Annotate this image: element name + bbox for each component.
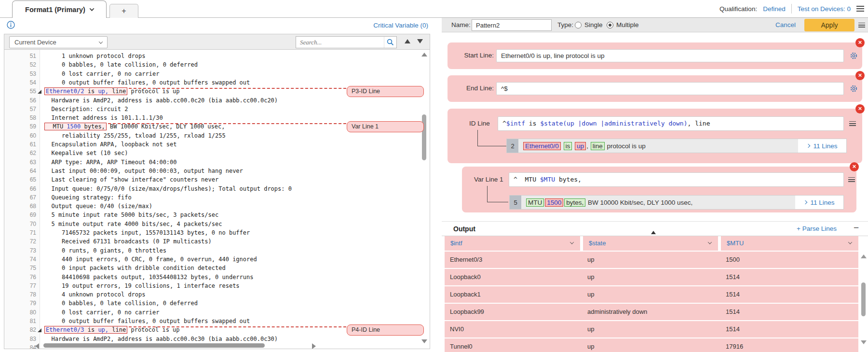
code-text: Last clearing of "show interface" counte… — [44, 175, 218, 184]
start-line-settings-gear-icon[interactable] — [850, 52, 858, 62]
search-icon[interactable] — [384, 37, 396, 48]
line-number: 75 — [4, 264, 36, 272]
pattern-selection-box[interactable]: Ethernet0/3 is up, line — [44, 326, 127, 334]
code-text: 0 lost carrier, 0 no carrier — [44, 70, 159, 78]
table-row: Loopback0up1514 — [445, 269, 858, 285]
panel-menu-icon[interactable] — [858, 21, 866, 29]
search-prev-button[interactable] — [405, 39, 410, 43]
remove-end-line-button[interactable]: × — [855, 71, 865, 80]
code-vscroll-thumb[interactable] — [422, 114, 426, 160]
pattern-name-input[interactable] — [472, 19, 552, 31]
remove-id-line-button[interactable]: × — [855, 104, 865, 113]
apply-button[interactable]: Apply — [804, 19, 854, 31]
pattern-token: , line — [688, 120, 710, 127]
scroll-down-icon[interactable] — [861, 340, 867, 344]
device-select[interactable]: Current Device — [9, 36, 108, 48]
scroll-up-icon[interactable] — [421, 53, 427, 56]
collapse-output-icon[interactable] — [651, 223, 659, 231]
test-on-devices-link[interactable]: Test on Devices: 0 — [798, 5, 851, 13]
minimize-output-icon[interactable]: − — [854, 223, 859, 233]
add-tab-button[interactable]: + — [109, 4, 138, 18]
code-text: 5 minute output rate 4000 bits/sec, 4 pa… — [44, 220, 222, 228]
pattern-selection-box[interactable]: Ethernet0/2 is up, line — [44, 87, 127, 95]
code-segment: is — [84, 88, 98, 95]
annotation-flag[interactable]: P4-ID Line — [347, 324, 424, 336]
code-horizontal-scrollbar[interactable] — [35, 342, 316, 349]
line-number: 60 — [4, 131, 36, 140]
var-line-lines-link[interactable]: 11 Lines — [795, 196, 843, 209]
cell-intf: Ethernet0/3 — [450, 256, 482, 263]
code-line: 65 Last clearing of "show interface" cou… — [4, 175, 430, 184]
code-hscroll-thumb[interactable] — [43, 343, 265, 348]
matched-lit-token: is — [564, 142, 572, 150]
search-input[interactable] — [296, 39, 384, 46]
table-vscroll-thumb[interactable] — [861, 282, 866, 316]
cell-state: up — [587, 325, 594, 333]
column-header-MTU[interactable]: $MTU — [721, 236, 858, 251]
annotation-flag[interactable]: Var Line 1 — [347, 121, 424, 132]
critical-variable-link[interactable]: Critical Variable (0) — [373, 22, 428, 29]
cell-intf: Loopback1 — [450, 291, 481, 298]
scroll-left-icon[interactable] — [35, 343, 39, 349]
remove-start-line-button[interactable]: × — [855, 38, 865, 47]
code-line: 77 19 output errors, 19 collisions, 1 in… — [4, 282, 430, 290]
qualification-defined-link[interactable]: Defined — [763, 5, 786, 13]
cell-state: up — [587, 273, 594, 281]
cell-intf: Loopback99 — [450, 308, 484, 315]
radio-label: Multiple — [616, 21, 639, 28]
code-segment: line — [108, 326, 126, 333]
id-line-block: × ID Line ^$intf is $state(up |down |adm… — [448, 109, 862, 163]
code-text: 0 output buffer failures, 0 output buffe… — [44, 78, 250, 87]
type-radio-single[interactable]: Single — [575, 21, 603, 28]
column-header-intf[interactable]: $intf — [445, 236, 580, 251]
end-line-label: End Line: — [448, 84, 494, 92]
var-line-menu-icon[interactable] — [848, 176, 856, 183]
fold-marker-icon[interactable] — [38, 328, 41, 332]
line-number: 59 — [4, 122, 36, 131]
type-radio-multiple[interactable]: Multiple — [607, 21, 639, 28]
scroll-down-icon[interactable] — [421, 339, 427, 343]
tab-format1[interactable]: Format1 (Primary) — [12, 0, 107, 18]
fold-marker-icon[interactable] — [38, 90, 41, 94]
pattern-config-panel: Name: Type: Single Multiple Cancel Apply… — [442, 18, 868, 352]
start-line-input[interactable] — [496, 49, 844, 62]
table-vertical-scrollbar[interactable] — [860, 236, 867, 352]
end-line-settings-gear-icon[interactable] — [850, 84, 858, 95]
var-line-pattern-input[interactable]: ^ MTU $MTU bytes, — [509, 172, 844, 187]
code-text: Encapsulation ARPA, loopback not set — [44, 140, 177, 149]
code-segment: line — [108, 88, 126, 95]
tab-bar: Format1 (Primary) + Qualification: Defin… — [0, 0, 868, 18]
scroll-up-icon[interactable] — [861, 254, 867, 258]
start-line-label: Start Line: — [448, 52, 494, 59]
matched-var-token: up — [575, 142, 586, 150]
pattern-selection-box[interactable]: MTU 1500 bytes, — [44, 123, 107, 130]
code-text: 1 unknown protocol drops — [44, 52, 146, 60]
code-line: 69 5 minute input rate 5000 bits/sec, 3 … — [4, 211, 430, 219]
code-text: 0 input packets with dribble condition d… — [44, 264, 226, 272]
pattern-token: bytes, — [555, 176, 582, 183]
id-line-pattern-input[interactable]: ^$intf is $state(up |down |administrativ… — [498, 116, 844, 131]
var-line-block: × Var Line 1 ^ MTU $MTU bytes, 5 MTU1500… — [462, 167, 856, 212]
column-header-state[interactable]: $state — [583, 236, 718, 251]
pattern-editor-app: { "colors": { "accent_blue":"#3179be", "… — [0, 0, 868, 352]
scroll-right-icon[interactable] — [312, 343, 316, 349]
id-line-lines-link[interactable]: 11 Lines — [798, 139, 846, 153]
parse-lines-link[interactable]: + Parse Lines — [797, 225, 837, 232]
annotation-leader-line — [129, 88, 346, 89]
id-line-menu-icon[interactable] — [849, 120, 857, 127]
menu-icon[interactable] — [856, 4, 864, 13]
matched-lit-token: line — [591, 142, 605, 150]
remove-var-line-button[interactable]: × — [850, 162, 859, 171]
code-segment: is — [84, 326, 98, 333]
code-segment: Ethernet0/2 — [46, 88, 84, 95]
annotation-flag[interactable]: P3-ID Line — [347, 86, 424, 97]
code-text-tail: protocol is up — [127, 326, 179, 333]
end-line-input[interactable] — [496, 82, 844, 95]
id-line-matched-text: Ethernet0/0 is up, line protocol is up — [518, 139, 798, 153]
code-line: 68 Output queue: 0/40 (size/max) — [4, 202, 430, 211]
info-icon[interactable] — [7, 21, 15, 31]
search-next-button[interactable] — [417, 39, 423, 43]
line-number: 54 — [4, 78, 36, 87]
cancel-button[interactable]: Cancel — [775, 21, 796, 28]
code-text: reliability 255/255, txload 1/255, rxloa… — [44, 131, 226, 140]
